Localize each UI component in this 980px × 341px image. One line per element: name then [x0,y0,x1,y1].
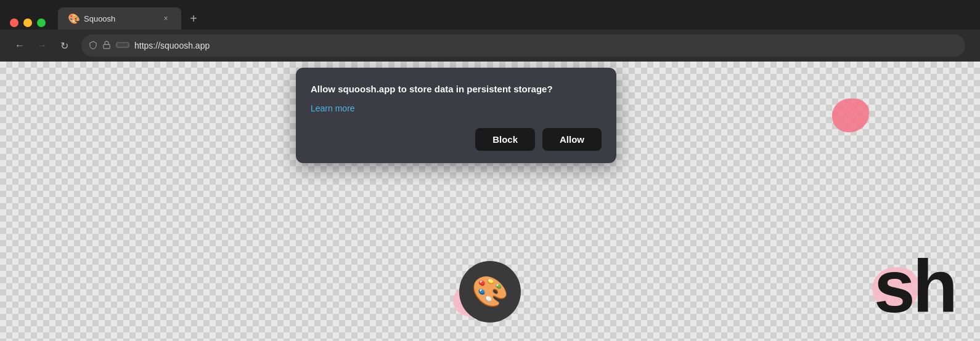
chip-icon [116,41,129,51]
window-controls [10,18,55,30]
allow-button[interactable]: Allow [542,128,602,151]
maximize-window-button[interactable] [37,18,46,27]
url-text: https://squoosh.app [134,41,958,50]
svg-rect-2 [118,43,128,47]
tab-bar: 🎨 Squoosh × + [0,0,980,30]
close-window-button[interactable] [10,18,18,27]
tab-favicon: 🎨 [68,13,79,24]
content-area: 🎨 sh Allow squoosh.app to store data in … [0,62,980,341]
popup-message: Allow squoosh.app to store data in persi… [311,82,602,95]
tab-close-button[interactable]: × [160,13,171,24]
lock-icon [102,41,111,51]
tab-title: Squoosh [84,14,155,23]
block-button[interactable]: Block [475,128,535,151]
forward-button[interactable]: → [32,36,52,55]
minimize-window-button[interactable] [23,18,32,27]
squoosh-text: sh [874,244,955,329]
permission-popup: Allow squoosh.app to store data in persi… [296,68,616,163]
back-button[interactable]: ← [10,36,30,55]
browser-chrome: 🎨 Squoosh × + ← → ↻ [0,0,980,62]
address-icons [89,41,129,51]
shield-icon [89,41,97,51]
squoosh-logo: 🎨 [459,261,521,323]
address-bar[interactable]: https://squoosh.app [81,34,965,57]
active-tab[interactable]: 🎨 Squoosh × [58,7,181,30]
reload-button[interactable]: ↻ [54,36,74,55]
nav-bar: ← → ↻ [0,30,980,62]
learn-more-link[interactable]: Learn more [311,103,355,113]
svg-rect-0 [104,44,110,48]
popup-actions: Block Allow [311,128,602,151]
new-tab-button[interactable]: + [184,9,203,28]
